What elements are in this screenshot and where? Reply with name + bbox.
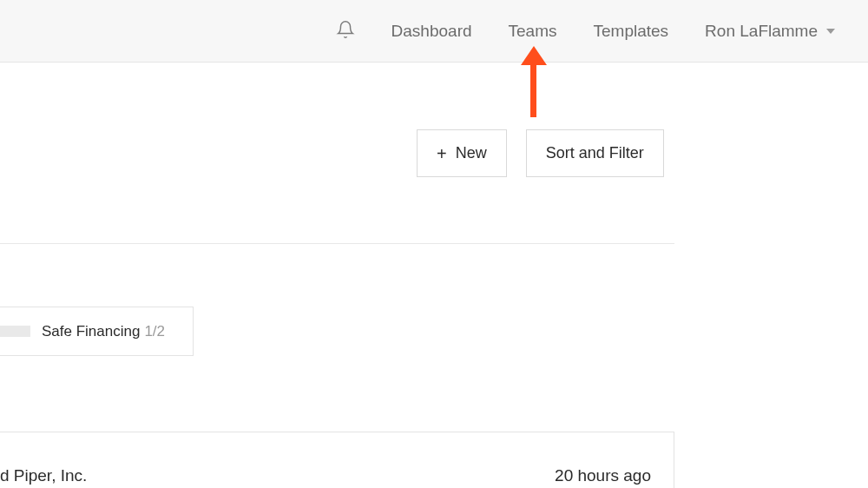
user-menu[interactable]: Ron LaFlamme bbox=[705, 22, 835, 41]
section-divider bbox=[0, 243, 674, 244]
new-button-label: New bbox=[456, 144, 487, 162]
document-progress: 1/2 bbox=[144, 323, 165, 340]
nav-teams[interactable]: Teams bbox=[509, 22, 557, 41]
drag-handle-icon bbox=[0, 326, 30, 337]
action-row: + New Sort and Filter bbox=[417, 129, 664, 177]
document-card[interactable]: Safe Financing 1/2 bbox=[0, 307, 194, 356]
top-nav: Dashboard Teams Templates Ron LaFlamme bbox=[0, 0, 868, 63]
time-ago: 20 hours ago bbox=[555, 466, 651, 485]
nav-templates[interactable]: Templates bbox=[594, 22, 669, 41]
plus-icon: + bbox=[437, 145, 447, 162]
nav-dashboard[interactable]: Dashboard bbox=[391, 22, 472, 41]
sort-filter-label: Sort and Filter bbox=[546, 144, 644, 162]
sort-filter-button[interactable]: Sort and Filter bbox=[526, 129, 664, 177]
company-name: d Piper, Inc. bbox=[0, 466, 87, 485]
new-button[interactable]: + New bbox=[417, 129, 507, 177]
chevron-down-icon bbox=[826, 29, 835, 34]
document-title: Safe Financing bbox=[42, 323, 140, 340]
bell-icon[interactable] bbox=[336, 20, 355, 43]
user-name-label: Ron LaFlamme bbox=[705, 22, 818, 41]
list-item[interactable]: d Piper, Inc. 20 hours ago bbox=[0, 432, 674, 488]
